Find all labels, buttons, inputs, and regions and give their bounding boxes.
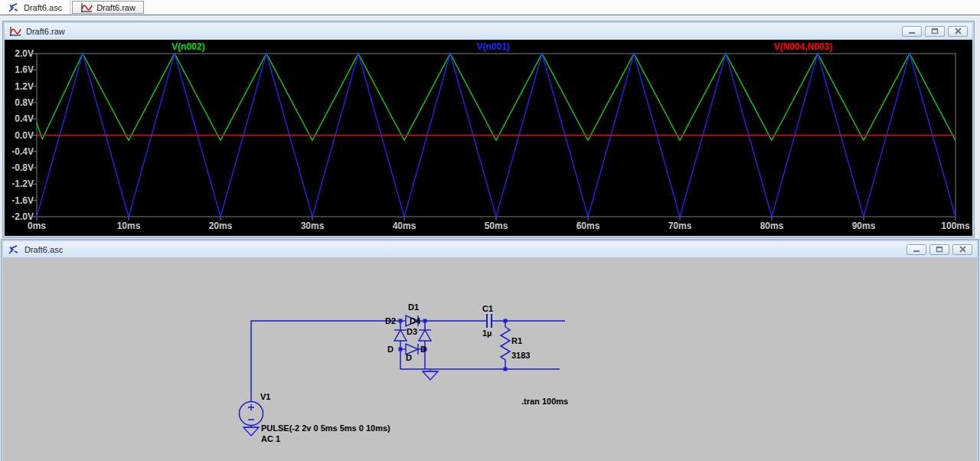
svg-text:90ms: 90ms bbox=[852, 221, 876, 231]
svg-text:40ms: 40ms bbox=[393, 221, 416, 231]
close-button[interactable] bbox=[952, 244, 972, 255]
diode-label[interactable]: D bbox=[406, 353, 412, 362]
svg-text:70ms: 70ms bbox=[668, 221, 692, 231]
svg-text:20ms: 20ms bbox=[209, 221, 233, 231]
tab-label: Draft6.asc bbox=[24, 3, 62, 12]
waveform-titlebar[interactable]: Draft6.raw bbox=[5, 23, 972, 40]
svg-text:60ms: 60ms bbox=[577, 221, 600, 231]
source-ref-label[interactable]: V1 bbox=[260, 392, 270, 401]
window-tab-bar: Draft6.asc Draft6.raw bbox=[0, 0, 980, 15]
diode-d2[interactable] bbox=[394, 330, 407, 341]
schematic-doc-icon bbox=[8, 244, 20, 255]
svg-text:0.4V: 0.4V bbox=[15, 113, 34, 124]
voltage-source-v1[interactable] bbox=[240, 402, 263, 428]
capacitor-ref-label[interactable]: C1 bbox=[482, 304, 493, 313]
maximize-icon bbox=[931, 28, 939, 34]
source-ac-label[interactable]: AC 1 bbox=[261, 434, 280, 443]
maximize-button[interactable] bbox=[929, 244, 949, 255]
waveform-doc-icon bbox=[9, 26, 21, 37]
maximize-button[interactable] bbox=[925, 26, 945, 37]
svg-text:1.6V: 1.6V bbox=[15, 64, 34, 75]
svg-text:1.2V: 1.2V bbox=[15, 81, 34, 92]
resistor-r1[interactable] bbox=[501, 327, 510, 362]
svg-text:V(N004,N003): V(N004,N003) bbox=[773, 41, 832, 52]
waveform-doc-icon bbox=[80, 2, 93, 13]
schematic-doc-icon bbox=[8, 2, 20, 13]
svg-text:0ms: 0ms bbox=[28, 221, 46, 231]
capacitor-c1[interactable] bbox=[487, 314, 492, 328]
minimize-icon bbox=[913, 247, 920, 253]
svg-text:V(n001): V(n001) bbox=[477, 41, 510, 52]
source-value-label[interactable]: PULSE(-2 2v 0 5ms 5ms 0 10ms) bbox=[261, 423, 390, 433]
window-title: Draft6.raw bbox=[26, 27, 897, 36]
svg-text:-1.2V: -1.2V bbox=[11, 178, 34, 189]
svg-text:0.0V: 0.0V bbox=[15, 130, 34, 141]
schematic-canvas-area: D1 D2 D4 D3 D D D C1 1µ R1 3183 V1 PULSE… bbox=[3, 258, 977, 461]
schematic-window: Draft6.asc bbox=[2, 240, 978, 461]
close-icon bbox=[959, 246, 966, 253]
tab-label: Draft6.raw bbox=[96, 3, 136, 12]
svg-text:-1.6V: -1.6V bbox=[11, 195, 34, 206]
diode-label[interactable]: D4 bbox=[410, 316, 421, 325]
diode-label[interactable]: D2 bbox=[385, 316, 396, 325]
svg-text:-0.8V: -0.8V bbox=[11, 162, 34, 173]
ground-symbol[interactable] bbox=[423, 369, 438, 380]
minimize-button[interactable] bbox=[906, 244, 926, 255]
diode-label[interactable]: D bbox=[420, 345, 426, 354]
resistor-ref-label[interactable]: R1 bbox=[511, 336, 522, 345]
minimize-icon bbox=[908, 28, 916, 34]
capacitor-value-label[interactable]: 1µ bbox=[482, 329, 492, 338]
schematic-canvas[interactable]: D1 D2 D4 D3 D D D C1 1µ R1 3183 V1 PULSE… bbox=[3, 258, 977, 461]
plot-area: 2.0V1.6V1.2V0.8V0.4V0.0V-0.4V-0.8V-1.2V-… bbox=[5, 40, 972, 236]
svg-text:V(n002): V(n002) bbox=[172, 41, 204, 52]
svg-text:10ms: 10ms bbox=[117, 221, 141, 231]
window-controls bbox=[902, 26, 968, 37]
resistor-value-label[interactable]: 3183 bbox=[511, 351, 530, 360]
minimize-button[interactable] bbox=[902, 26, 922, 37]
svg-text:0.8V: 0.8V bbox=[15, 97, 34, 108]
diode-label[interactable]: D bbox=[387, 345, 394, 354]
waveform-window: Draft6.raw 2.0V1.6V1.2V0.8V0.4V0.0V-0.4V… bbox=[3, 21, 974, 237]
diode-label[interactable]: D3 bbox=[407, 327, 417, 336]
tab-draft6-raw[interactable]: Draft6.raw bbox=[72, 1, 144, 14]
close-button[interactable] bbox=[948, 26, 968, 37]
svg-text:30ms: 30ms bbox=[301, 221, 325, 231]
svg-text:-0.4V: -0.4V bbox=[11, 146, 34, 157]
ground-symbol[interactable] bbox=[243, 427, 259, 436]
diode-d3[interactable] bbox=[419, 330, 431, 341]
schematic-titlebar[interactable]: Draft6.asc bbox=[3, 241, 977, 258]
svg-text:50ms: 50ms bbox=[485, 221, 508, 231]
diode-label[interactable]: D1 bbox=[408, 302, 419, 312]
svg-text:80ms: 80ms bbox=[760, 221, 784, 231]
window-title: Draft6.asc bbox=[24, 245, 902, 254]
window-controls bbox=[906, 244, 972, 255]
svg-text:100ms: 100ms bbox=[941, 221, 970, 231]
close-icon bbox=[955, 28, 962, 34]
svg-text:2.0V: 2.0V bbox=[15, 48, 34, 59]
spice-directive[interactable]: .tran 100ms bbox=[521, 397, 568, 406]
tab-draft6-asc[interactable]: Draft6.asc bbox=[0, 0, 70, 15]
maximize-icon bbox=[936, 246, 943, 253]
waveform-plot-canvas[interactable]: 2.0V1.6V1.2V0.8V0.4V0.0V-0.4V-0.8V-1.2V-… bbox=[5, 40, 972, 236]
